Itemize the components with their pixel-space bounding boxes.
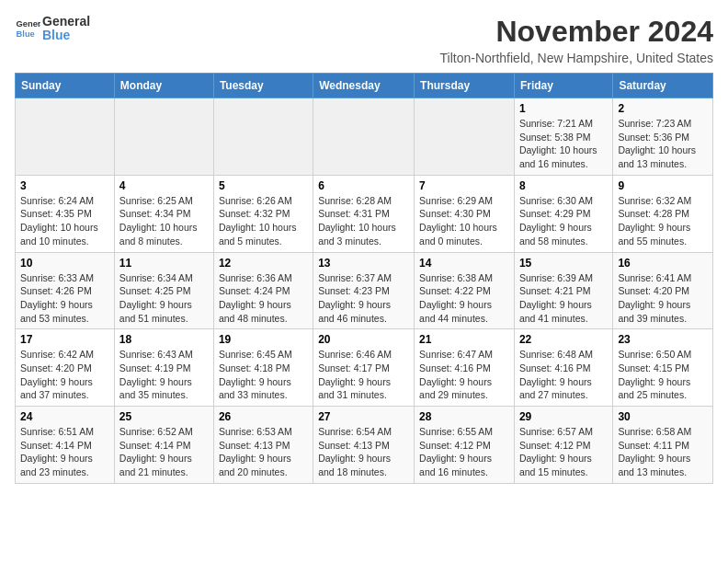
logo: General Blue General Blue (15, 15, 90, 43)
day-info: Sunrise: 6:24 AM Sunset: 4:35 PM Dayligh… (20, 194, 109, 248)
header: General Blue General Blue November 2024 … (15, 15, 713, 65)
calendar-week-row: 17Sunrise: 6:42 AM Sunset: 4:20 PM Dayli… (16, 329, 713, 407)
day-info: Sunrise: 7:21 AM Sunset: 5:38 PM Dayligh… (519, 117, 608, 171)
calendar-day-12: 12Sunrise: 6:36 AM Sunset: 4:24 PM Dayli… (213, 252, 313, 329)
calendar-day-10: 10Sunrise: 6:33 AM Sunset: 4:26 PM Dayli… (16, 252, 115, 329)
day-info: Sunrise: 7:23 AM Sunset: 5:36 PM Dayligh… (618, 117, 708, 171)
day-info: Sunrise: 6:54 AM Sunset: 4:13 PM Dayligh… (318, 425, 409, 479)
weekday-header-row: SundayMondayTuesdayWednesdayThursdayFrid… (16, 74, 713, 98)
calendar-day-23: 23Sunrise: 6:50 AM Sunset: 4:15 PM Dayli… (613, 329, 713, 407)
weekday-header-thursday: Thursday (415, 74, 515, 98)
day-info: Sunrise: 6:26 AM Sunset: 4:32 PM Dayligh… (219, 194, 308, 248)
calendar-day-2: 2Sunrise: 7:23 AM Sunset: 5:36 PM Daylig… (613, 98, 713, 176)
day-number: 17 (20, 333, 109, 346)
calendar-day-3: 3Sunrise: 6:24 AM Sunset: 4:35 PM Daylig… (16, 175, 115, 252)
day-info: Sunrise: 6:34 AM Sunset: 4:25 PM Dayligh… (119, 271, 209, 326)
day-info: Sunrise: 6:43 AM Sunset: 4:19 PM Dayligh… (119, 348, 209, 402)
calendar-day-6: 6Sunrise: 6:28 AM Sunset: 4:31 PM Daylig… (313, 175, 415, 252)
day-number: 24 (20, 410, 109, 423)
day-info: Sunrise: 6:28 AM Sunset: 4:31 PM Dayligh… (318, 194, 409, 248)
calendar-table: SundayMondayTuesdayWednesdayThursdayFrid… (15, 73, 713, 484)
weekday-header-monday: Monday (114, 74, 213, 98)
day-number: 28 (419, 410, 509, 423)
day-info: Sunrise: 6:39 AM Sunset: 4:21 PM Dayligh… (519, 271, 608, 326)
calendar-day-11: 11Sunrise: 6:34 AM Sunset: 4:25 PM Dayli… (114, 252, 213, 329)
day-info: Sunrise: 6:33 AM Sunset: 4:26 PM Dayligh… (20, 271, 109, 326)
day-info: Sunrise: 6:46 AM Sunset: 4:17 PM Dayligh… (318, 348, 409, 402)
weekday-header-sunday: Sunday (16, 74, 115, 98)
calendar-day-15: 15Sunrise: 6:39 AM Sunset: 4:21 PM Dayli… (514, 252, 612, 329)
day-info: Sunrise: 6:48 AM Sunset: 4:16 PM Dayligh… (519, 348, 608, 402)
logo-line2: Blue (42, 29, 90, 42)
day-number: 20 (318, 333, 409, 346)
location-subtitle: Tilton-Northfield, New Hampshire, United… (440, 51, 714, 65)
day-number: 25 (119, 410, 209, 423)
day-info: Sunrise: 6:58 AM Sunset: 4:11 PM Dayligh… (618, 425, 708, 479)
day-info: Sunrise: 6:52 AM Sunset: 4:14 PM Dayligh… (119, 425, 209, 479)
day-info: Sunrise: 6:45 AM Sunset: 4:18 PM Dayligh… (219, 348, 308, 402)
day-number: 4 (119, 179, 209, 192)
calendar-week-row: 24Sunrise: 6:51 AM Sunset: 4:14 PM Dayli… (16, 407, 713, 484)
day-info: Sunrise: 6:37 AM Sunset: 4:23 PM Dayligh… (318, 271, 409, 326)
day-number: 26 (219, 410, 308, 423)
title-block: November 2024 Tilton-Northfield, New Ham… (440, 15, 714, 65)
svg-text:General: General (17, 20, 40, 29)
calendar-day-21: 21Sunrise: 6:47 AM Sunset: 4:16 PM Dayli… (415, 329, 515, 407)
calendar-day-17: 17Sunrise: 6:42 AM Sunset: 4:20 PM Dayli… (16, 329, 115, 407)
calendar-day-9: 9Sunrise: 6:32 AM Sunset: 4:28 PM Daylig… (613, 175, 713, 252)
calendar-day-7: 7Sunrise: 6:29 AM Sunset: 4:30 PM Daylig… (415, 175, 515, 252)
logo-icon: General Blue (15, 16, 40, 41)
day-info: Sunrise: 6:41 AM Sunset: 4:20 PM Dayligh… (618, 271, 708, 326)
calendar-empty-cell (213, 98, 313, 176)
calendar-day-22: 22Sunrise: 6:48 AM Sunset: 4:16 PM Dayli… (514, 329, 612, 407)
day-number: 2 (618, 102, 708, 115)
weekday-header-wednesday: Wednesday (313, 74, 415, 98)
day-info: Sunrise: 6:53 AM Sunset: 4:13 PM Dayligh… (219, 425, 308, 479)
calendar-day-29: 29Sunrise: 6:57 AM Sunset: 4:12 PM Dayli… (514, 407, 612, 484)
day-number: 7 (419, 179, 509, 192)
calendar-day-4: 4Sunrise: 6:25 AM Sunset: 4:34 PM Daylig… (114, 175, 213, 252)
day-number: 3 (20, 179, 109, 192)
calendar-day-20: 20Sunrise: 6:46 AM Sunset: 4:17 PM Dayli… (313, 329, 415, 407)
day-number: 27 (318, 410, 409, 423)
day-number: 9 (618, 179, 708, 192)
day-number: 10 (20, 257, 109, 270)
calendar-day-1: 1Sunrise: 7:21 AM Sunset: 5:38 PM Daylig… (514, 98, 612, 176)
logo-line1: General (42, 15, 90, 29)
calendar-day-16: 16Sunrise: 6:41 AM Sunset: 4:20 PM Dayli… (613, 252, 713, 329)
day-info: Sunrise: 6:50 AM Sunset: 4:15 PM Dayligh… (618, 348, 708, 402)
weekday-header-tuesday: Tuesday (213, 74, 313, 98)
calendar-empty-cell (114, 98, 213, 176)
day-number: 29 (519, 410, 608, 423)
day-number: 5 (219, 179, 308, 192)
day-number: 16 (618, 257, 708, 270)
day-info: Sunrise: 6:32 AM Sunset: 4:28 PM Dayligh… (618, 194, 708, 248)
day-number: 23 (618, 333, 708, 346)
day-number: 1 (519, 102, 608, 115)
calendar-day-8: 8Sunrise: 6:30 AM Sunset: 4:29 PM Daylig… (514, 175, 612, 252)
calendar-day-27: 27Sunrise: 6:54 AM Sunset: 4:13 PM Dayli… (313, 407, 415, 484)
day-number: 14 (419, 257, 509, 270)
calendar-day-5: 5Sunrise: 6:26 AM Sunset: 4:32 PM Daylig… (213, 175, 313, 252)
day-number: 8 (519, 179, 608, 192)
calendar-day-24: 24Sunrise: 6:51 AM Sunset: 4:14 PM Dayli… (16, 407, 115, 484)
day-info: Sunrise: 6:30 AM Sunset: 4:29 PM Dayligh… (519, 194, 608, 248)
day-number: 21 (419, 333, 509, 346)
day-number: 6 (318, 179, 409, 192)
calendar-day-14: 14Sunrise: 6:38 AM Sunset: 4:22 PM Dayli… (415, 252, 515, 329)
day-number: 30 (618, 410, 708, 423)
calendar-empty-cell (313, 98, 415, 176)
month-title: November 2024 (440, 15, 714, 49)
day-number: 18 (119, 333, 209, 346)
day-number: 13 (318, 257, 409, 270)
day-info: Sunrise: 6:51 AM Sunset: 4:14 PM Dayligh… (20, 425, 109, 479)
day-info: Sunrise: 6:38 AM Sunset: 4:22 PM Dayligh… (419, 271, 509, 326)
day-info: Sunrise: 6:29 AM Sunset: 4:30 PM Dayligh… (419, 194, 509, 248)
svg-text:Blue: Blue (17, 29, 35, 39)
day-info: Sunrise: 6:47 AM Sunset: 4:16 PM Dayligh… (419, 348, 509, 402)
calendar-day-28: 28Sunrise: 6:55 AM Sunset: 4:12 PM Dayli… (415, 407, 515, 484)
calendar-day-25: 25Sunrise: 6:52 AM Sunset: 4:14 PM Dayli… (114, 407, 213, 484)
day-number: 12 (219, 257, 308, 270)
day-number: 19 (219, 333, 308, 346)
calendar-week-row: 3Sunrise: 6:24 AM Sunset: 4:35 PM Daylig… (16, 175, 713, 252)
